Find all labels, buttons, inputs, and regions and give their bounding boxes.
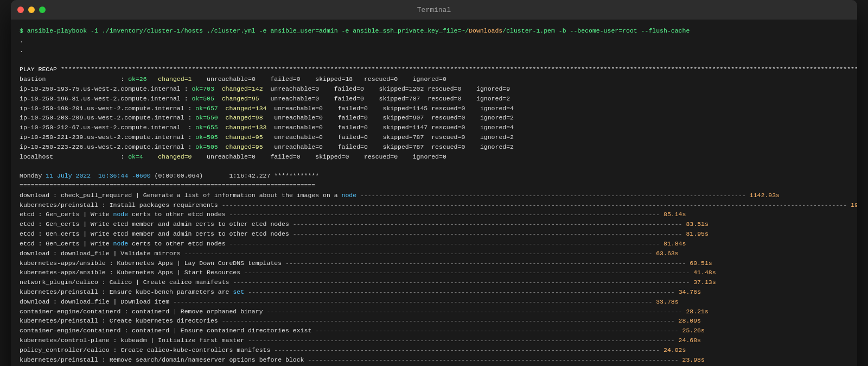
task-7: download : download_file | Validate mirr… xyxy=(20,249,848,258)
task-5: etcd : Gen_certs | Write etcd member and… xyxy=(20,229,848,239)
close-button[interactable] xyxy=(17,7,24,13)
task-14: kubernetes/preinstall : Create kubernete… xyxy=(20,316,848,326)
terminal-body[interactable]: $ ansible-playbook -i ./inventory/cluste… xyxy=(11,20,857,366)
task-16: kubernetes/control-plane : kubeadm | Ini… xyxy=(20,336,848,345)
host-ip1: ip-10-250-193-75.us-west-2.compute.inter… xyxy=(20,84,848,94)
host-ip7: ip-10-250-223-226.us-west-2.compute.inte… xyxy=(20,142,848,152)
traffic-lights xyxy=(17,7,46,13)
task-13: container-engine/containerd : containerd… xyxy=(20,307,848,317)
recap-header: PLAY RECAP *****************************… xyxy=(20,65,848,74)
task-17: policy_controller/calico : Create calico… xyxy=(20,345,848,355)
task-4: etcd : Gen_certs | Write etcd member and… xyxy=(20,219,848,229)
task-6: etcd : Gen_certs | Write node certs to o… xyxy=(20,239,848,249)
terminal-window: Terminal $ ansible-playbook -i ./invento… xyxy=(11,0,857,366)
maximize-button[interactable] xyxy=(39,7,46,13)
task-3: etcd : Gen_certs | Write node certs to o… xyxy=(20,210,848,219)
host-ip3: ip-10-250-198-201.us-west-2.compute.inte… xyxy=(20,104,848,113)
window-title: Terminal xyxy=(417,6,451,14)
minimize-button[interactable] xyxy=(28,7,35,13)
empty-2 xyxy=(20,161,848,171)
host-ip2: ip-10-250-196-81.us-west-2.compute.inter… xyxy=(20,94,848,104)
task-8: kubernetes-apps/ansible : Kubernetes App… xyxy=(20,258,848,268)
host-bastion: bastion : ok=26 changed=1 unreachable=0 … xyxy=(20,74,848,84)
host-localhost: localhost : ok=4 changed=0 unreachable=0… xyxy=(20,152,848,162)
timestamp-line: Monday 11 July 2022 16:36:44 -0600 (0:00… xyxy=(20,171,848,181)
task-9: kubernetes-apps/ansible : Kubernetes App… xyxy=(20,268,848,277)
task-10: network_plugin/calico : Calico | Create … xyxy=(20,277,848,287)
task-1: download : check_pull_required | Generat… xyxy=(20,191,848,200)
task-12: download : download_file | Download item… xyxy=(20,297,848,307)
host-ip5: ip-10-250-212-67.us-west-2.compute.inter… xyxy=(20,123,848,132)
task-18: kubernetes/preinstall : Remove search/do… xyxy=(20,355,848,365)
host-ip4: ip-10-250-203-209.us-west-2.compute.inte… xyxy=(20,113,848,123)
task-15: container-engine/containerd : containerd… xyxy=(20,326,848,336)
dot-2: . xyxy=(20,46,848,55)
dot-1: . xyxy=(20,36,848,46)
empty-1 xyxy=(20,55,848,65)
titlebar: Terminal xyxy=(11,0,857,20)
separator: ========================================… xyxy=(20,181,848,191)
task-11: kubernetes/preinstall : Ensure kube-benc… xyxy=(20,287,848,297)
host-ip6: ip-10-250-221-239.us-west-2.compute.inte… xyxy=(20,132,848,142)
command-line: $ ansible-playbook -i ./inventory/cluste… xyxy=(20,26,848,36)
task-2: kubernetes/preinstall : Install packages… xyxy=(20,200,848,210)
